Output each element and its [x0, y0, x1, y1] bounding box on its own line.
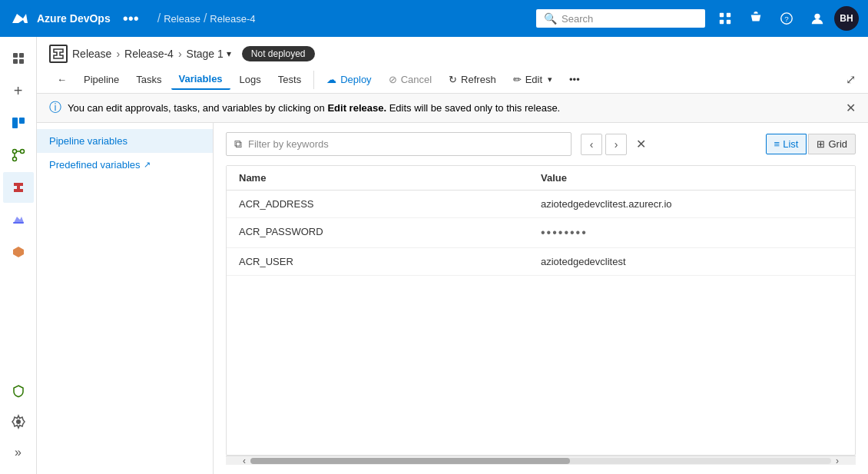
avatar[interactable]: BH: [834, 6, 859, 31]
var-name-3: ACR_USER: [239, 256, 541, 267]
edit-icon: ✏: [513, 74, 522, 85]
sidebar-bottom-group: »: [3, 376, 34, 468]
logo-text: Azure DevOps: [37, 12, 111, 25]
grid-view-button[interactable]: ⊞ Grid: [808, 134, 856, 154]
content-area: Release › Release-4 › Stage 1 ▾ Not depl…: [37, 37, 868, 474]
svg-point-7: [814, 14, 820, 19]
more-actions-button[interactable]: •••: [562, 70, 588, 89]
sidebar-item-boards[interactable]: [3, 108, 34, 138]
variables-table: Name Value ACR_ADDRESS aziotedgedevclite…: [226, 165, 856, 456]
svg-rect-2: [727, 13, 731, 17]
column-value: Value: [541, 172, 843, 184]
logo-area[interactable]: Azure DevOps: [9, 8, 111, 29]
user-settings-icon[interactable]: [803, 5, 831, 32]
variables-sidebar: Pipeline variables Predefined variables …: [37, 123, 214, 474]
svg-point-20: [16, 419, 21, 424]
svg-rect-4: [727, 20, 731, 24]
scroll-right-button[interactable]: ›: [831, 455, 843, 467]
edit-chevron-icon: ▾: [548, 75, 552, 85]
info-icon: ⓘ: [49, 100, 61, 116]
top-breadcrumb: / Release / Release-4: [157, 12, 256, 25]
svg-rect-13: [19, 118, 25, 124]
external-link-icon: ↗: [144, 160, 151, 170]
help-icon[interactable]: ?: [773, 5, 800, 32]
main-layout: + »: [0, 37, 868, 474]
sidebar-item-repos[interactable]: [3, 140, 34, 171]
breadcrumb-release[interactable]: Release: [164, 13, 200, 25]
view-toggle: ≡ List ⊞ Grid: [766, 134, 856, 154]
grid-icon[interactable]: [711, 5, 739, 32]
page-breadcrumb-row: Release › Release-4 › Stage 1 ▾ Not depl…: [49, 45, 856, 63]
stage-label: Stage 1: [187, 48, 224, 60]
grid-icon: ⊞: [817, 138, 825, 150]
filter-icon: ⧉: [234, 138, 242, 151]
stage-chevron-icon: ▾: [227, 48, 231, 59]
table-row[interactable]: ACR_ADDRESS aziotedgedevclitest.azurecr.…: [227, 191, 855, 218]
tab-variables[interactable]: Variables: [171, 69, 230, 90]
tab-tasks[interactable]: Tasks: [128, 70, 169, 89]
status-badge: Not deployed: [242, 46, 315, 61]
filter-navigation: ‹ › ✕: [581, 134, 651, 155]
sidebar-item-pipelines[interactable]: [3, 172, 34, 203]
sidebar-expand-icon[interactable]: »: [3, 437, 34, 468]
filter-prev-button[interactable]: ‹: [581, 134, 602, 155]
var-name-1: ACR_ADDRESS: [239, 198, 541, 210]
basket-icon[interactable]: [742, 5, 770, 32]
var-value-2: ••••••••: [541, 226, 843, 240]
info-close-button[interactable]: ✕: [846, 101, 856, 115]
var-value-3: aziotedgedevclitest: [541, 256, 843, 267]
table-row[interactable]: ACR_USER aziotedgedevclitest: [227, 248, 855, 276]
scroll-left-button[interactable]: ‹: [238, 455, 250, 467]
left-sidebar: + »: [0, 37, 37, 474]
sidebar-item-testplans[interactable]: [3, 204, 34, 235]
tab-logs[interactable]: Logs: [232, 70, 269, 89]
scrollbar-track: [250, 458, 831, 464]
list-view-button[interactable]: ≡ List: [766, 134, 807, 154]
stage-dropdown[interactable]: Stage 1 ▾: [187, 48, 231, 60]
svg-rect-9: [19, 53, 24, 58]
breadcrumb-release4[interactable]: Release-4: [210, 13, 255, 25]
top-nav-icon-group: ? BH: [711, 5, 859, 32]
release-label[interactable]: Release: [72, 48, 111, 60]
global-search[interactable]: 🔍 Search: [536, 9, 705, 28]
back-arrow-icon: ←: [57, 74, 67, 85]
filter-placeholder: Filter by keywords: [248, 138, 329, 150]
cancel-button[interactable]: ⊘ Cancel: [381, 70, 439, 89]
more-options-icon[interactable]: •••: [117, 10, 145, 28]
toolbar-row: ← Pipeline Tasks Variables Logs Tests: [49, 66, 856, 93]
svg-point-15: [20, 150, 24, 154]
table-header: Name Value: [227, 166, 855, 191]
svg-rect-12: [12, 118, 18, 128]
var-value-1: aziotedgedevclitest.azurecr.io: [541, 198, 843, 210]
svg-rect-19: [13, 222, 24, 224]
tab-pipeline[interactable]: Pipeline: [76, 70, 127, 89]
svg-rect-10: [13, 59, 18, 64]
release4-label[interactable]: Release-4: [124, 48, 174, 60]
back-button[interactable]: ←: [49, 70, 75, 89]
sidebar-item-settings[interactable]: [3, 406, 34, 437]
release-pipeline-icon: [49, 45, 68, 63]
horizontal-scrollbar[interactable]: ‹ ›: [226, 456, 856, 465]
sidebar-item-artifacts[interactable]: [3, 237, 34, 267]
filter-clear-button[interactable]: ✕: [630, 134, 651, 155]
expand-panel-icon[interactable]: ⤢: [846, 72, 856, 87]
cancel-icon: ⊘: [389, 74, 397, 85]
variables-content: ⧉ Filter by keywords ‹ › ✕ ≡ List: [214, 123, 868, 474]
edit-button[interactable]: ✏ Edit ▾: [505, 70, 560, 89]
sidebar-predefined-variables[interactable]: Predefined variables ↗: [37, 153, 213, 177]
refresh-button[interactable]: ↻ Refresh: [441, 70, 504, 89]
info-bar-text: You can edit approvals, tasks, and varia…: [68, 102, 840, 114]
sidebar-item-home[interactable]: [3, 43, 34, 74]
search-icon: 🔍: [544, 12, 557, 25]
filter-row: ⧉ Filter by keywords ‹ › ✕ ≡ List: [226, 132, 856, 156]
deploy-button[interactable]: ☁ Deploy: [319, 70, 379, 89]
sidebar-pipeline-variables[interactable]: Pipeline variables: [37, 129, 213, 153]
filter-box[interactable]: ⧉ Filter by keywords: [226, 132, 571, 156]
filter-next-button[interactable]: ›: [605, 134, 627, 155]
table-row[interactable]: ACR_PASSWORD ••••••••: [227, 218, 855, 248]
sidebar-item-add[interactable]: +: [3, 75, 34, 106]
info-bar: ⓘ You can edit approvals, tasks, and var…: [37, 94, 868, 123]
svg-rect-8: [13, 53, 18, 58]
sidebar-item-security[interactable]: [3, 376, 34, 406]
tab-tests[interactable]: Tests: [270, 70, 309, 89]
